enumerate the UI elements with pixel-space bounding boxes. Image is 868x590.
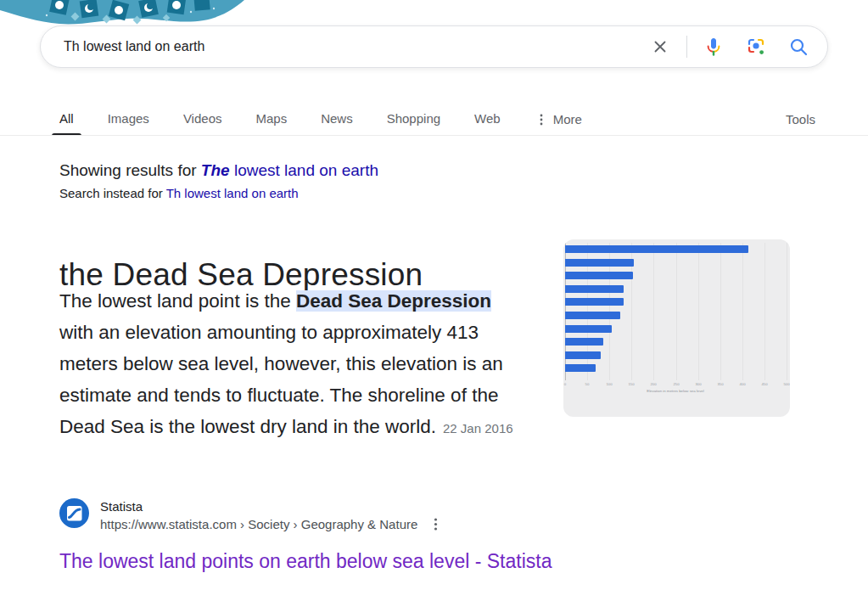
more-label: More [553,104,582,135]
chart-bar [565,272,633,279]
chart-x-tick-label: 400 [739,383,745,386]
clear-search-button[interactable] [650,37,670,57]
search-button[interactable] [788,37,809,57]
chart-bar [565,245,748,253]
microphone-icon [703,37,724,57]
corrected-word[interactable]: The [201,161,230,179]
corrected-query-link[interactable]: The lowest land on earth [201,161,378,179]
chart-x-tick-label: 200 [651,383,657,386]
chart-bar [565,325,612,333]
snippet-chart-thumbnail[interactable]: Elevation in metres below sea level 0501… [563,239,790,417]
tab-more[interactable]: More [535,104,582,136]
chart-x-tick-label: 150 [629,383,635,386]
tab-shopping[interactable]: Shopping [387,104,440,136]
chart-x-tick-label: 250 [673,383,679,386]
search-bar-divider [686,36,687,58]
chart-x-tick-label: 100 [607,383,613,386]
result-options-button[interactable] [428,517,444,531]
vertical-dots-icon [535,113,548,126]
chart-bar [565,285,624,293]
google-lens-icon [746,37,766,57]
chart-bar [565,351,601,359]
source-site-name[interactable]: Statista [100,499,444,514]
chart-bar [565,259,634,267]
featured-snippet-body: The lowest land point is the Dead Sea De… [59,285,518,444]
result-source: Statista https://www.statista.com › Soci… [59,498,444,531]
snippet-highlighted-term: Dead Sea Depression [296,290,491,312]
corrected-rest[interactable]: lowest land on earth [230,161,378,179]
chart-gridline [676,243,677,380]
chart-x-tick-label: 450 [761,383,767,386]
tab-images[interactable]: Images [108,104,149,136]
vertical-dots-icon [429,517,442,531]
tools-button[interactable]: Tools [786,104,815,135]
chart-x-tick-label: 0 [564,383,566,386]
close-icon [651,37,669,56]
bar-chart: Elevation in metres below sea level 0501… [563,239,790,417]
chart-x-tick-label: 500 [783,383,789,386]
search-input[interactable]: Th lowest land on earth [64,39,650,54]
voice-search-button[interactable] [703,37,724,57]
chart-gridline [653,243,654,380]
snippet-date: 22 Jan 2016 [443,421,513,435]
showing-results-prefix: Showing results for [59,161,197,179]
chart-gridline [787,243,787,380]
chart-gridline [720,243,721,380]
search-bar[interactable]: Th lowest land on earth [40,25,828,68]
snippet-text-after: with an elevation amounting to approxima… [59,322,503,437]
chart-x-tick-label: 50 [585,383,590,386]
tabs-divider [0,135,868,136]
chart-bar [565,312,620,319]
search-icon [788,37,809,57]
tab-videos[interactable]: Videos [183,104,222,136]
source-breadcrumb[interactable]: https://www.statista.com › Society › Geo… [100,517,417,531]
snippet-text-before: The lowest land point is the [59,290,296,312]
chart-x-axis-label: Elevation in metres below sea level [647,390,703,393]
google-doodle-image [0,0,248,25]
tab-news[interactable]: News [321,104,353,136]
search-instead-prefix: Search instead for [59,186,163,200]
original-query-link[interactable]: Th lowest land on earth [166,186,299,200]
statista-favicon-icon[interactable] [59,498,89,528]
chart-bar [565,364,596,372]
spell-correction: Showing results for The lowest land on e… [59,161,378,200]
chart-gridline [742,243,743,380]
chart-bar [565,298,624,306]
chart-bar [565,338,603,346]
tab-all[interactable]: All [59,104,74,136]
search-result-tabs: All Images Videos Maps News Shopping Web… [59,104,815,136]
tab-web[interactable]: Web [474,104,501,136]
tab-maps[interactable]: Maps [255,104,287,136]
lens-search-button[interactable] [746,37,766,57]
result-title-link[interactable]: The lowest land points on earth below se… [59,550,552,573]
chart-x-tick-label: 350 [717,383,723,386]
chart-gridline [764,243,765,380]
chart-gridline [698,243,699,380]
chart-x-tick-label: 300 [695,383,701,386]
